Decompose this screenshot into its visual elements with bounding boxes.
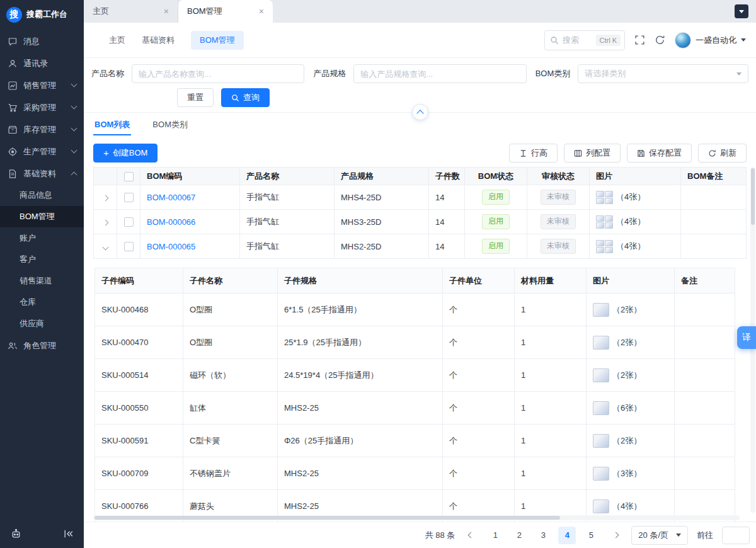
chevron-down-icon (741, 38, 746, 42)
sidebar-item-sales-channels[interactable]: 销售渠道 (0, 270, 84, 292)
translate-button[interactable]: 译 (737, 326, 756, 349)
save-config-button[interactable]: 保存配置 (627, 144, 692, 163)
bom-remark-cell (681, 234, 747, 259)
bom-code-link[interactable]: BOM-000066 (147, 217, 195, 227)
image-count: （2张） (612, 337, 641, 348)
row-height-button[interactable]: 行高 (509, 144, 558, 163)
app-title: 搜霸工作台 (26, 9, 67, 20)
user-menu[interactable]: 一盛自动化 (675, 32, 746, 49)
bom-code-link[interactable]: BOM-000067 (147, 193, 195, 202)
image-count: （4张） (612, 501, 641, 512)
page-number-button[interactable]: 1 (486, 527, 504, 544)
expand-row-icon[interactable] (102, 219, 108, 225)
sidebar-item-bom[interactable]: BOM管理 (0, 206, 84, 227)
total-count: 共 88 条 (425, 530, 455, 541)
page-size-select[interactable]: 20 条/页 (631, 526, 688, 545)
scrollbar-thumb[interactable] (94, 516, 560, 520)
sidebar-item-customers[interactable]: 客户 (0, 249, 84, 270)
tab-bom-list[interactable]: BOM列表 (93, 119, 131, 135)
close-icon[interactable]: × (259, 6, 264, 16)
sidebar-item-product-info[interactable]: 商品信息 (0, 185, 84, 206)
breadcrumb-basedata[interactable]: 基础资料 (142, 35, 175, 46)
next-page-button[interactable] (609, 527, 622, 544)
material-qty-cell: 1 (515, 326, 587, 359)
sidebar-item-messages[interactable]: 消息 (0, 30, 84, 52)
row-checkbox[interactable] (124, 242, 134, 251)
bom-code-link[interactable]: BOM-000065 (147, 242, 195, 251)
search-shortcut-badge: Ctrl K (596, 35, 621, 46)
product-name-cell: 手指气缸 (240, 210, 335, 234)
select-all-checkbox[interactable] (124, 172, 134, 181)
collapse-sidebar-icon[interactable] (61, 527, 75, 540)
sku-code-cell: SKU-000470 (95, 326, 183, 359)
part-image-thumbnail[interactable] (593, 336, 609, 350)
bom-category-select[interactable]: 请选择类别 (578, 64, 748, 83)
sidebar-item-inventory[interactable]: 库存管理 (0, 118, 84, 140)
reset-button[interactable]: 重置 (177, 88, 214, 107)
part-image-thumbnail[interactable] (593, 434, 609, 448)
image-count: （2张） (612, 304, 641, 316)
save-config-label: 保存配置 (649, 147, 682, 159)
material-qty-cell: 1 (515, 392, 587, 425)
page-number-button[interactable]: 5 (582, 527, 600, 544)
page-number-button[interactable]: 3 (534, 527, 552, 544)
part-unit-cell: 个 (443, 359, 515, 392)
tab-list-dropdown-button[interactable] (735, 4, 748, 18)
expand-row-icon[interactable] (102, 195, 108, 201)
breadcrumb-home[interactable]: 主页 (109, 35, 125, 46)
page-number-button[interactable]: 2 (510, 527, 528, 544)
part-image-thumbnail[interactable] (593, 499, 609, 513)
sidebar-item-production[interactable]: 生产管理 (0, 140, 84, 163)
column-config-button[interactable]: 列配置 (564, 144, 621, 163)
part-image-thumbnail[interactable] (593, 303, 609, 317)
horizontal-scrollbar[interactable] (93, 515, 740, 520)
part-image-thumbnail[interactable] (593, 401, 609, 415)
refresh-table-button[interactable]: 刷新 (698, 144, 747, 163)
tab-bom-management[interactable]: BOM管理 × (178, 0, 273, 23)
row-checkbox[interactable] (124, 217, 134, 227)
sidebar-item-sales[interactable]: 销售管理 (0, 74, 84, 96)
part-image-thumbnail[interactable] (593, 467, 609, 481)
create-bom-button[interactable]: + 创建BOM (93, 144, 158, 163)
breadcrumb-bom[interactable]: BOM管理 (191, 31, 244, 50)
product-name-input[interactable] (132, 64, 304, 83)
part-image-thumbnail[interactable] (593, 368, 609, 382)
product-image-thumbnails[interactable] (596, 215, 613, 229)
product-image-thumbnails[interactable] (596, 240, 613, 253)
page-number-button[interactable]: 4 (558, 527, 576, 544)
table-toolbar: + 创建BOM 行高 列配置 保存配置 (93, 140, 747, 166)
chevron-up-icon (416, 110, 423, 117)
close-icon[interactable]: × (164, 6, 169, 16)
global-search-input[interactable]: 搜索 Ctrl K (544, 30, 625, 50)
row-checkbox[interactable] (124, 193, 134, 202)
remark-cell (675, 425, 735, 457)
query-button[interactable]: 查询 (221, 88, 270, 107)
product-image-thumbnails[interactable] (596, 191, 613, 204)
sidebar-item-accounts[interactable]: 账户 (0, 227, 84, 249)
collapse-filter-button[interactable] (412, 104, 428, 120)
assistant-robot-icon[interactable] (9, 527, 23, 540)
logo-icon: 搜 (6, 7, 22, 23)
column-header: 材料用量 (515, 268, 587, 294)
goto-page-input[interactable] (722, 527, 750, 544)
bom-remark-cell (681, 185, 747, 210)
fullscreen-icon[interactable] (634, 35, 645, 45)
tab-home[interactable]: 主页 × (84, 0, 178, 23)
tab-bom-category[interactable]: BOM类别 (151, 119, 189, 135)
message-icon (8, 37, 18, 47)
sidebar-item-roles[interactable]: 角色管理 (0, 334, 84, 357)
sidebar-item-suppliers[interactable]: 供应商 (0, 313, 84, 334)
product-spec-input[interactable] (353, 64, 526, 83)
prev-page-button[interactable] (464, 527, 478, 544)
expand-row-icon[interactable] (102, 244, 108, 250)
refresh-icon[interactable] (655, 35, 665, 45)
sidebar-item-contacts[interactable]: 通讯录 (0, 52, 84, 74)
sidebar-item-label: 供应商 (20, 318, 44, 329)
sidebar-item-purchase[interactable]: 采购管理 (0, 96, 84, 118)
sidebar-item-warehouse[interactable]: 仓库 (0, 292, 84, 313)
scrollbar-thumb[interactable] (751, 168, 755, 225)
audit-status-badge: 未审核 (541, 214, 576, 229)
chevron-left-icon (467, 532, 474, 539)
sidebar-item-basedata[interactable]: 基础资料 (0, 163, 84, 185)
goto-label: 前往 (697, 530, 713, 541)
